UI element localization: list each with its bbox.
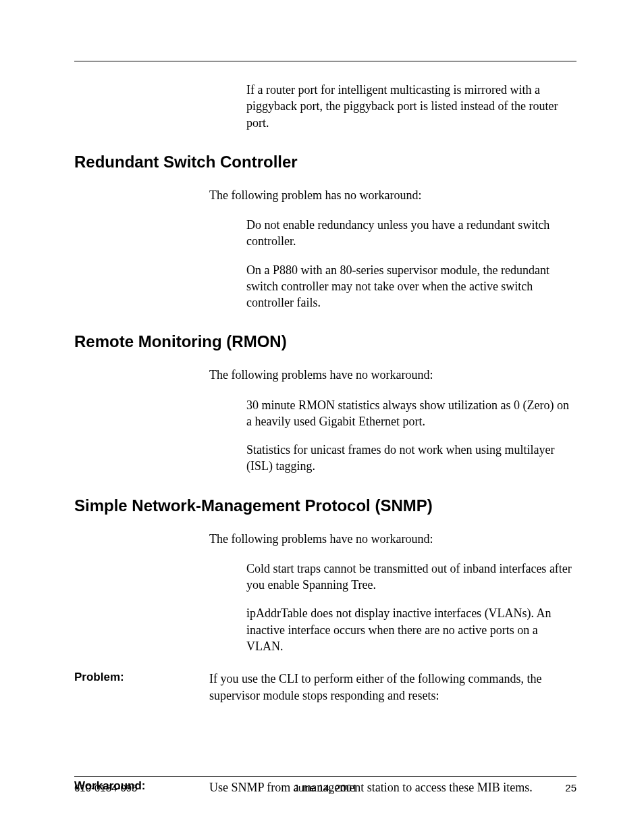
- footer-content: 610-0184-095 June 14, 2001 25: [74, 782, 576, 793]
- footer-date: June 14, 2001: [74, 782, 576, 793]
- heading-redundant-switch-controller: Redundant Switch Controller: [74, 153, 576, 172]
- problem-text: If you use the CLI to perform either of …: [209, 671, 576, 704]
- footer-page-number: 25: [565, 782, 576, 793]
- document-page: If a router port for intelligent multica…: [0, 0, 644, 834]
- intro-redundant: The following problem has no workaround:: [209, 187, 576, 203]
- paragraph-redundant-2: On a P880 with an 80-series supervisor m…: [246, 262, 576, 311]
- page-footer: 610-0184-095 June 14, 2001 25: [74, 776, 576, 793]
- intro-rmon: The following problems have no workaroun…: [209, 367, 576, 383]
- top-paragraph: If a router port for intelligent multica…: [246, 82, 576, 131]
- paragraph-snmp-2: ipAddrTable does not display inactive in…: [246, 605, 576, 654]
- heading-rmon: Remote Monitoring (RMON): [74, 332, 576, 352]
- paragraph-snmp-1: Cold start traps cannot be transmitted o…: [246, 561, 576, 594]
- footer-rule: [74, 776, 576, 777]
- spacer: [74, 716, 576, 763]
- intro-snmp: The following problems have no workaroun…: [209, 531, 576, 547]
- heading-snmp: Simple Network-Management Protocol (SNMP…: [74, 496, 576, 516]
- paragraph-rmon-2: Statistics for unicast frames do not wor…: [246, 442, 576, 475]
- paragraph-rmon-1: 30 minute RMON statistics always show ut…: [246, 397, 576, 430]
- problem-row: Problem: If you use the CLI to perform e…: [74, 671, 576, 704]
- paragraph-redundant-1: Do not enable redundancy unless you have…: [246, 217, 576, 250]
- problem-label: Problem:: [74, 671, 209, 704]
- footer-doc-id: 610-0184-095: [74, 782, 137, 793]
- header-rule: [74, 61, 576, 61]
